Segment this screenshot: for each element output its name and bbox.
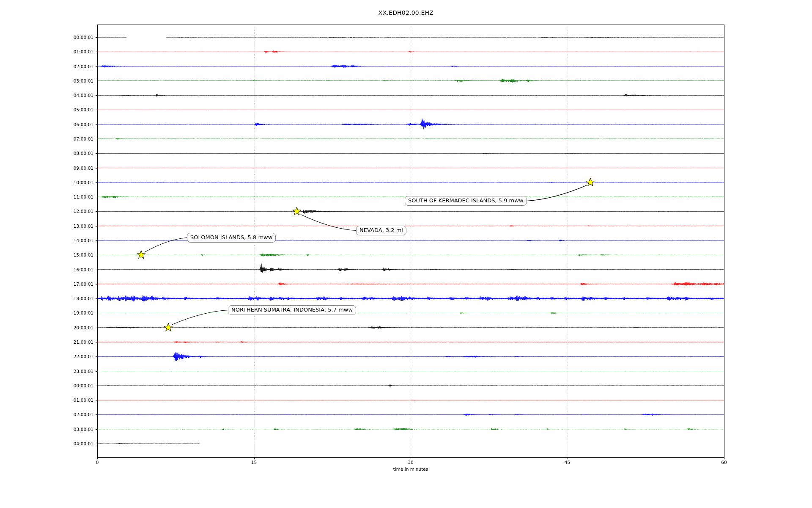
x-tick-label: 30: [408, 460, 413, 465]
y-tick-label: 07:00:01: [74, 136, 93, 142]
event-annotation-sumatra: NORTHERN SUMATRA, INDONESIA, 5.7 mww: [228, 305, 356, 315]
y-tick-label: 06:00:01: [74, 121, 93, 127]
y-tick-label: 08:00:01: [74, 150, 93, 156]
y-tick-label: 18:00:01: [74, 295, 93, 301]
y-tick-label: 10:00:01: [74, 179, 93, 185]
y-tick-label: 04:00:01: [74, 441, 93, 447]
y-tick-label: 00:00:01: [74, 383, 93, 389]
y-tick-label: 01:00:01: [74, 49, 93, 55]
event-annotation-kermadec: SOUTH OF KERMADEC ISLANDS, 5.9 mww: [405, 196, 527, 206]
y-tick-label: 02:00:01: [74, 64, 93, 69]
y-tick-label: 09:00:01: [74, 165, 93, 171]
y-tick-label: 03:00:01: [74, 426, 93, 432]
plot-title: XX.EDH02.00.EHZ: [0, 9, 812, 16]
y-tick-label: 17:00:01: [74, 281, 93, 287]
y-tick-label: 22:00:01: [74, 353, 93, 359]
y-tick-label: 19:00:01: [74, 310, 93, 316]
y-tick-label: 15:00:01: [74, 252, 93, 258]
seismogram-figure: XX.EDH02.00.EHZ 00:00:0101:00:0102:00:01…: [0, 0, 812, 508]
y-tick-label: 13:00:01: [74, 223, 93, 229]
y-tick-label: 04:00:01: [74, 92, 93, 98]
x-tick-label: 15: [251, 460, 257, 465]
y-axis-labels: 00:00:0101:00:0102:00:0103:00:0104:00:01…: [0, 0, 93, 508]
y-tick-label: 23:00:01: [74, 368, 93, 374]
x-tick-label: 45: [565, 460, 570, 465]
y-tick-label: 20:00:01: [74, 325, 93, 331]
y-tick-label: 01:00:01: [74, 397, 93, 403]
y-tick-label: 02:00:01: [74, 411, 93, 417]
y-tick-label: 21:00:01: [74, 339, 93, 345]
y-tick-label: 16:00:01: [74, 267, 93, 273]
x-tick-label: 0: [96, 460, 99, 465]
event-annotation-nevada: NEVADA, 3.2 ml: [356, 226, 406, 235]
y-tick-label: 12:00:01: [74, 208, 93, 214]
event-annotation-solomon: SOLOMON ISLANDS, 5.8 mww: [187, 233, 276, 243]
x-tick-label: 60: [721, 460, 727, 465]
y-tick-label: 11:00:01: [74, 194, 93, 200]
y-tick-label: 14:00:01: [74, 237, 93, 243]
seismogram-canvas: [0, 0, 812, 508]
y-tick-label: 03:00:01: [74, 78, 93, 84]
x-axis-label: time in minutes: [97, 467, 724, 472]
y-tick-label: 05:00:01: [74, 107, 93, 113]
y-tick-label: 00:00:01: [74, 34, 93, 40]
